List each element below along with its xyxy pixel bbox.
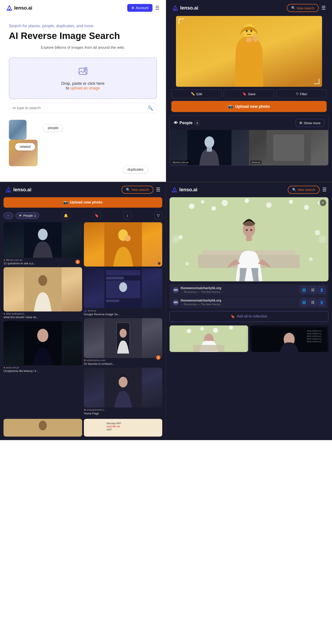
source-path-1: → Resources — The New Norma... xyxy=(180,290,222,294)
source-image-btn-1[interactable]: 🖼 xyxy=(309,286,316,294)
source-name-1: thenewnormalcharityhk.org xyxy=(180,286,222,290)
source-icon-2: NN xyxy=(173,299,179,306)
item-source-4: lenso.ai xyxy=(84,308,162,312)
source-globe-btn-2[interactable]: 🌐 xyxy=(300,299,308,306)
results-count-badge: 1 xyxy=(194,120,200,126)
svg-point-56 xyxy=(244,198,249,203)
item-title-5: Urządzenia dla lekarzy i k... xyxy=(4,369,82,373)
tagline-text: Search for places, people, duplicates, a… xyxy=(9,24,157,28)
filter-options-btn[interactable]: ▽ xyxy=(154,212,162,220)
source-person-btn-1[interactable]: 👤 xyxy=(318,286,325,294)
lenso-icon xyxy=(84,309,87,312)
menu-button-panel3[interactable]: ☰ xyxy=(156,187,160,192)
new-search-button-panel4[interactable]: 🔍 New search xyxy=(288,186,320,194)
upload-new-button[interactable]: 📷 Upload new photo xyxy=(171,101,327,112)
svg-point-57 xyxy=(266,202,272,208)
item-title-1: 11 questions to ask a p... xyxy=(4,262,82,266)
svg-point-52 xyxy=(189,204,194,209)
logo-text-panel2: lenso.ai xyxy=(180,5,198,11)
svg-point-65 xyxy=(243,221,255,226)
svg-text:NEW ARRIVALS: NEW ARRIVALS xyxy=(307,340,322,343)
result-thumb-2[interactable]: lenso.ai xyxy=(249,130,328,165)
upload-image-icon xyxy=(78,66,88,78)
upload-link[interactable]: upload an image xyxy=(70,86,100,90)
svg-point-26 xyxy=(37,329,48,342)
result-item-6[interactable]: ✿ unifycosmos.com 20 Secrets to Achievin… xyxy=(84,318,162,366)
upload-new-label: Upload new photo xyxy=(235,104,270,109)
category-pill-people[interactable]: people xyxy=(43,124,63,132)
expand-icon: ⊞ xyxy=(300,121,302,125)
new-search-button-panel3[interactable]: 🔍 New search xyxy=(122,186,154,194)
notify-filter-btn[interactable]: 🔔 xyxy=(62,212,70,220)
upload-zone[interactable]: Drop, paste or click here to upload an i… xyxy=(9,58,157,99)
upload-new-button-panel3[interactable]: 📷 Upload new photo xyxy=(4,197,162,208)
search-input[interactable] xyxy=(12,106,148,110)
source-person-btn-2[interactable]: 👤 xyxy=(318,299,325,306)
logo-icon-panel2 xyxy=(172,5,178,11)
result-img-2-indicator xyxy=(158,262,160,265)
eye-icon-filter: 👁 xyxy=(19,214,22,218)
svg-text:NEW ARRIVALS: NEW ARRIVALS xyxy=(307,330,322,332)
svg-rect-18 xyxy=(273,134,304,161)
svg-marker-37 xyxy=(85,311,86,312)
source-globe-btn-1[interactable]: 🌐 xyxy=(300,286,308,294)
result-thumb-1[interactable]: dijones.com.au xyxy=(170,130,249,165)
lightbox-prev-button[interactable]: ← xyxy=(172,235,180,243)
lightbox-close-button[interactable]: × xyxy=(320,200,326,206)
search-icon-panel4: 🔍 xyxy=(292,188,296,192)
bottom-thumbnails: NEW ARRIVALS NEW ARRIVALS NEW ARRIVALS N… xyxy=(170,326,328,352)
source-info-2: thenewnormalcharityhk.org → Resources — … xyxy=(180,299,222,306)
category-pill-related[interactable]: related xyxy=(15,143,35,150)
svg-point-76 xyxy=(229,326,233,330)
upload-new-label-panel3: Upload new photo xyxy=(70,200,102,204)
add-collection-button[interactable]: 🔖 Add all to collection xyxy=(170,311,328,322)
result-item-2[interactable] xyxy=(84,222,162,266)
svg-text:NEW ARRIVALS: NEW ARRIVALS xyxy=(307,335,322,338)
filter-back-button[interactable]: ← xyxy=(4,212,13,219)
result-item-3[interactable]: ● elfarr.bullerjahn2... what bra should … xyxy=(4,267,82,319)
partial-item-right[interactable]: Dlaczego NIKT a tym NIC nie robi?! xyxy=(84,419,162,436)
svg-point-74 xyxy=(200,327,204,330)
lightbox-image-container: × ← → xyxy=(170,197,328,282)
search-bar: 🔍 xyxy=(9,103,157,113)
source-path-2: → Resources — The New Norma... xyxy=(180,303,222,306)
search-button[interactable]: 🔍 xyxy=(148,106,153,111)
panel3-header-actions: 🔍 New search ☰ xyxy=(122,186,160,194)
svg-point-40 xyxy=(120,329,126,338)
source-label-4: lenso.ai xyxy=(88,309,96,312)
action-bar: ✏️ Edit 🔖 Save ▽ Filter xyxy=(166,87,332,101)
source-image-btn-2[interactable]: 🖼 xyxy=(309,299,316,306)
save-button[interactable]: 🔖 Save xyxy=(224,90,274,98)
filter-people-pill[interactable]: 👁 People 1 xyxy=(16,212,39,219)
menu-button-panel1[interactable]: ☰ xyxy=(155,5,160,11)
sort-filter-btn[interactable]: ↕ xyxy=(124,212,132,220)
result-item-5[interactable]: ● pczk.com.pl Urządzenia dla lekarzy i k… xyxy=(4,321,82,373)
edit-button[interactable]: ✏️ Edit xyxy=(171,90,222,98)
account-icon: ⚙ xyxy=(131,6,134,10)
svg-rect-35 xyxy=(106,300,119,302)
new-search-button-panel2[interactable]: 🔍 New search xyxy=(287,4,319,12)
bottom-thumb-2[interactable]: NEW ARRIVALS NEW ARRIVALS NEW ARRIVALS N… xyxy=(250,326,328,352)
filter-button[interactable]: ▽ Filter xyxy=(276,90,327,98)
logo-icon-panel4 xyxy=(171,186,178,193)
save-filter-btn[interactable]: 🔖 xyxy=(93,212,101,220)
account-button[interactable]: ⚙ Account xyxy=(127,4,152,12)
result-item-4[interactable]: lenso.ai Google Reverse Image Se... xyxy=(84,268,162,316)
result-img-5 xyxy=(4,321,82,365)
menu-button-panel4[interactable]: ☰ xyxy=(322,187,327,192)
result-item-7[interactable]: ✿ empowerment.s... Home Page xyxy=(84,368,162,416)
search-image-container xyxy=(176,16,322,87)
logo-panel4: lenso.ai xyxy=(171,186,198,193)
new-search-label-panel2: New search xyxy=(297,6,314,10)
bottom-partial-items: Dlaczego NIKT a tym NIC nie robi?! xyxy=(4,419,162,436)
svg-point-44 xyxy=(39,421,47,430)
partial-item-left[interactable] xyxy=(4,419,82,436)
lightbox-person-image xyxy=(170,197,328,282)
lightbox-next-button[interactable]: → xyxy=(318,235,326,243)
show-more-button[interactable]: ⊞ Show more xyxy=(296,119,324,127)
menu-button-panel2[interactable]: ☰ xyxy=(322,5,326,11)
item-badge-1: 2 xyxy=(76,260,80,264)
category-pill-duplicates[interactable]: duplicates xyxy=(123,166,148,173)
bottom-thumb-1[interactable] xyxy=(170,326,248,352)
result-item-1[interactable]: ● dijones.com.au 11 questions to ask a p… xyxy=(4,222,82,266)
